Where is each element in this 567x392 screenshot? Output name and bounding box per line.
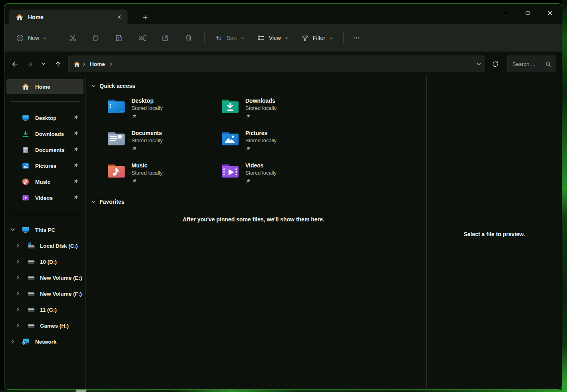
music-folder-icon (107, 163, 126, 179)
address-dropdown-icon[interactable] (476, 62, 481, 67)
share-button[interactable] (154, 30, 177, 46)
items-view: Quick access Desktop Stored locally (86, 76, 427, 389)
cut-button[interactable] (61, 30, 84, 46)
address-bar[interactable]: Home (68, 56, 485, 72)
chevron-right-icon (82, 62, 86, 66)
chevron-down-icon[interactable] (91, 199, 96, 205)
folder-name: Music (131, 162, 163, 169)
sidebar-item-drive-g[interactable]: 11 (G:) (6, 302, 84, 318)
pin-icon (73, 163, 78, 169)
close-window-button[interactable] (539, 4, 561, 22)
drive-icon (27, 274, 35, 282)
chevron-right-icon[interactable] (16, 259, 20, 264)
monitor-icon (22, 226, 30, 234)
folder-tile-videos[interactable]: Videos Stored locally (221, 162, 334, 184)
folder-name: Desktop (131, 97, 163, 104)
sort-button[interactable]: Sort (209, 30, 251, 46)
new-button[interactable]: New (12, 30, 53, 46)
chevron-right-icon[interactable] (16, 323, 20, 328)
chevron-right-icon[interactable] (16, 275, 20, 280)
refresh-button[interactable] (487, 57, 503, 71)
close-icon (116, 14, 122, 20)
folder-tile-documents[interactable]: Documents Stored locally (107, 129, 221, 152)
preview-pane: Select a file to preview. (427, 76, 562, 389)
chevron-down-icon[interactable] (10, 227, 16, 233)
sidebar-item-drive-d[interactable]: 10 (D:) (6, 254, 84, 270)
pin-icon (245, 179, 251, 184)
folder-name: Pictures (245, 129, 277, 137)
sidebar-item-this-pc[interactable]: This PC (6, 222, 84, 238)
folder-tile-music[interactable]: Music Stored locally (107, 162, 221, 184)
delete-button[interactable] (177, 30, 200, 46)
forward-button[interactable] (22, 57, 36, 71)
pin-icon (245, 114, 251, 119)
sidebar-item-pictures[interactable]: Pictures (6, 158, 84, 174)
folder-tile-pictures[interactable]: Pictures Stored locally (221, 129, 334, 152)
up-button[interactable] (51, 57, 65, 71)
sidebar-item-music[interactable]: Music (6, 174, 84, 190)
quick-access-header[interactable]: Quick access (91, 81, 426, 91)
pin-icon (131, 179, 137, 184)
favorites-header[interactable]: Favorites (91, 197, 426, 207)
sidebar-divider (10, 101, 80, 101)
toolbar-divider (204, 32, 205, 44)
chevron-down-icon (41, 61, 46, 67)
sidebar-item-drive-h[interactable]: Games (H:) (6, 318, 84, 334)
back-button[interactable] (8, 57, 22, 71)
chevron-down-icon (284, 36, 289, 40)
sidebar-item-drive-c[interactable]: Local Disk (C:) (6, 238, 84, 254)
copy-icon (92, 34, 100, 42)
maximize-button[interactable] (516, 4, 539, 22)
wallpaper-green-accent (0, 240, 4, 388)
sidebar-item-downloads[interactable]: Downloads (6, 126, 84, 142)
rename-button[interactable] (131, 30, 154, 46)
drive-icon (27, 258, 35, 266)
videos-folder-icon (221, 163, 240, 179)
paste-button[interactable] (107, 30, 131, 46)
folder-tile-desktop[interactable]: Desktop Stored locally (107, 97, 221, 119)
drive-icon (27, 306, 35, 314)
more-options-button[interactable] (348, 30, 365, 46)
chevron-down-icon[interactable] (91, 84, 96, 89)
chevron-right-icon[interactable] (16, 291, 20, 296)
search-box[interactable] (507, 56, 556, 72)
folder-status: Stored locally (245, 137, 277, 144)
sidebar-item-drive-f[interactable]: New Volume (F:) (6, 286, 84, 302)
sidebar-item-documents[interactable]: Documents (6, 142, 84, 158)
sidebar-item-drive-e[interactable]: New Volume (E:) (6, 270, 84, 286)
sidebar-label: Videos (35, 195, 53, 201)
search-input[interactable] (512, 61, 545, 67)
breadcrumb-home[interactable]: Home (88, 61, 107, 67)
sidebar-item-network[interactable]: Network (6, 334, 84, 350)
sidebar-item-desktop[interactable]: Desktop (6, 110, 84, 126)
sidebar-label: Music (35, 179, 50, 185)
view-label: View (269, 35, 281, 41)
new-tab-button[interactable] (139, 12, 151, 22)
chevron-right-icon[interactable] (16, 243, 20, 248)
toolbar-divider (57, 32, 57, 44)
filter-button[interactable]: Filter (295, 30, 339, 46)
minimize-button[interactable] (494, 4, 516, 22)
recent-locations-button[interactable] (36, 57, 51, 71)
pinned-section: Desktop Downloads (4, 110, 86, 206)
folder-name: Videos (245, 162, 277, 169)
sidebar-item-videos[interactable]: Videos (6, 190, 84, 206)
view-button[interactable]: View (251, 30, 295, 46)
videos-icon (22, 194, 30, 202)
pin-icon (73, 179, 78, 185)
sidebar-divider (10, 214, 80, 214)
tab-home[interactable]: Home (9, 10, 127, 24)
downloads-folder-icon (221, 98, 240, 114)
sidebar-label: Documents (35, 147, 65, 153)
folder-tile-downloads[interactable]: Downloads Stored locally (221, 97, 334, 119)
favorites-empty-message: After you've pinned some files, we'll sh… (86, 216, 421, 223)
pin-icon (73, 147, 78, 153)
tab-close-button[interactable] (114, 12, 124, 22)
chevron-right-icon[interactable] (10, 339, 16, 344)
chevron-right-icon[interactable] (16, 307, 20, 312)
tile-text: Documents Stored locally (131, 129, 163, 152)
folder-status: Stored locally (131, 137, 163, 144)
copy-button[interactable] (84, 30, 107, 46)
sidebar-item-home[interactable]: Home (6, 79, 84, 94)
drive-icon (27, 322, 35, 330)
